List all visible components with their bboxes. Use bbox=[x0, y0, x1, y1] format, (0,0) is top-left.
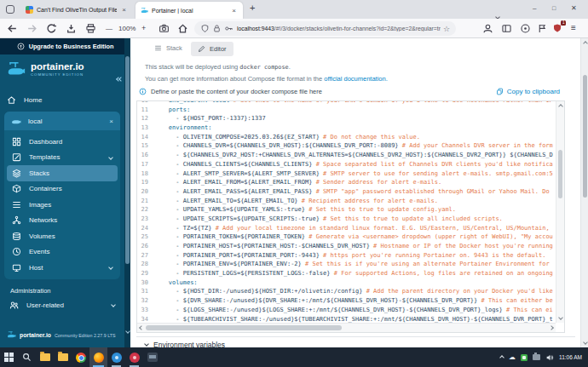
zoom-in-button[interactable]: + bbox=[141, 24, 146, 32]
code-line: 26 - PORTAINER_HOST=${PORTAINER_HOST:-$C… bbox=[137, 242, 556, 251]
windows-logo-icon bbox=[4, 353, 14, 362]
scroll-down-icon[interactable] bbox=[558, 315, 563, 320]
scroll-down-icon[interactable] bbox=[125, 329, 130, 334]
tab-close-icon[interactable]: × bbox=[120, 6, 128, 14]
windows-taskbar: ☁ 11:06 AM bbox=[0, 347, 588, 367]
close-button[interactable]: ✕ bbox=[571, 4, 577, 12]
home-icon[interactable] bbox=[177, 23, 188, 34]
account-icon[interactable] bbox=[482, 23, 493, 34]
code-line: 29 - PERSISTENT_LOGS=${PERSISTENT_LOGS:-… bbox=[137, 269, 556, 278]
sidebar-item-containers[interactable]: Containers bbox=[7, 181, 118, 198]
tab-close-icon[interactable]: × bbox=[230, 7, 238, 14]
editor-horizontal-scrollbar[interactable] bbox=[137, 323, 556, 332]
sidebar-scrollbar[interactable] bbox=[124, 38, 130, 347]
zoom-level[interactable]: 100% bbox=[118, 25, 135, 32]
environment-close-icon[interactable]: × bbox=[109, 118, 113, 125]
editor-hscroll-thumb[interactable] bbox=[146, 325, 342, 330]
reload-icon[interactable] bbox=[46, 23, 57, 34]
cloud-icon[interactable]: ☁ bbox=[509, 354, 516, 361]
speaker-icon[interactable] bbox=[545, 353, 554, 362]
taskbar-search[interactable] bbox=[18, 347, 36, 367]
tray-tool-icon[interactable] bbox=[533, 354, 540, 360]
firefox-view-icon[interactable] bbox=[6, 5, 14, 14]
code-line: 34 - ${TUBEARCHIVIST_SHARE:-/unused}${TU… bbox=[137, 315, 556, 324]
copy-to-clipboard-button[interactable]: Copy to clipboard bbox=[496, 88, 560, 95]
list-icon bbox=[12, 200, 21, 209]
taskbar-file-explorer-1[interactable] bbox=[36, 347, 54, 367]
screenshot-icon[interactable] bbox=[159, 23, 170, 34]
back-icon[interactable] bbox=[7, 23, 18, 34]
browser-tab-olivetin[interactable]: Can't Find OliveTin Output File - P… × bbox=[20, 0, 133, 19]
zoom-out-button[interactable]: — bbox=[106, 25, 112, 32]
page-scrollbar-thumb[interactable] bbox=[583, 75, 587, 198]
sidebar-item-host[interactable]: Host bbox=[7, 260, 118, 276]
environment-panel: local × DashboardTemplatesStacksContaine… bbox=[4, 112, 120, 279]
sidebar-footer[interactable]: portainer.io Community Edition 2.27.9 LT… bbox=[7, 331, 115, 339]
environment-header[interactable]: local × bbox=[4, 112, 120, 130]
network-icon bbox=[12, 215, 21, 225]
show-hidden-icons[interactable] bbox=[499, 355, 504, 360]
url-text[interactable]: localhost:9443/#!/3/docker/stacks/olivet… bbox=[237, 26, 441, 32]
forward-icon[interactable] bbox=[26, 23, 37, 34]
new-tab-button[interactable]: + bbox=[250, 3, 255, 13]
collapse-sidebar-icon[interactable] bbox=[117, 69, 123, 84]
code-viewport[interactable]: 10 dns_search: local # Set this to the n… bbox=[137, 101, 556, 323]
editor-vscroll-thumb[interactable] bbox=[558, 150, 562, 198]
sidebar-item-networks[interactable]: Networks bbox=[7, 213, 118, 229]
sidebar-item-user-related[interactable]: User-related bbox=[4, 297, 120, 313]
official-documentation-link[interactable]: official documentation. bbox=[324, 75, 388, 83]
taskbar-chrome[interactable] bbox=[72, 347, 89, 367]
maximize-button[interactable]: □ bbox=[552, 5, 556, 11]
browser-window: Can't Find OliveTin Output File - P… × P… bbox=[0, 0, 588, 367]
editor-vertical-scrollbar[interactable] bbox=[556, 101, 564, 323]
chevron-down-icon bbox=[111, 302, 116, 307]
tray-green-icon[interactable] bbox=[521, 354, 527, 361]
sidebar-item-events[interactable]: Events bbox=[7, 244, 118, 261]
taskbar-app-gray[interactable] bbox=[143, 347, 161, 367]
sidebar-item-stacks[interactable]: Stacks bbox=[7, 165, 118, 181]
minimize-button[interactable]: – bbox=[533, 4, 536, 12]
tab-stack[interactable]: Stack bbox=[154, 44, 182, 52]
scroll-down-icon[interactable] bbox=[583, 340, 588, 345]
sidebar-scrollbar-thumb[interactable] bbox=[125, 56, 130, 264]
portainer-logo[interactable]: portainer.io COMMUNITY EDITION bbox=[7, 61, 84, 77]
key-icon[interactable] bbox=[224, 24, 233, 33]
sidebar-item-templates[interactable]: Templates bbox=[7, 150, 118, 166]
lock-icon[interactable] bbox=[212, 24, 222, 33]
shield-icon[interactable] bbox=[200, 24, 210, 33]
adblock-icon[interactable]: 1 bbox=[552, 23, 563, 34]
users-icon bbox=[9, 301, 19, 310]
scroll-up-icon[interactable] bbox=[558, 104, 563, 109]
scroll-up-icon[interactable] bbox=[583, 41, 588, 46]
extension-flag-icon[interactable] bbox=[537, 23, 548, 34]
menu-icon[interactable]: ≡ bbox=[571, 23, 576, 32]
taskbar-app-red[interactable] bbox=[125, 347, 143, 367]
url-bar[interactable]: localhost:9443/#!/3/docker/stacks/olivet… bbox=[194, 21, 456, 36]
stack-editor-page: Stack Editor This stack will be deployed… bbox=[130, 38, 580, 347]
code-line: 16 - ${CHANNELS_DVR2_HOST:+CHANNELS_DVR_… bbox=[137, 151, 556, 160]
code-line: 17 - CHANNELS_CLIENTS=${CHANNELS_CLIENTS… bbox=[137, 160, 556, 169]
browser-tab-portainer[interactable]: Portainer | local × bbox=[135, 2, 243, 19]
taskbar-clock[interactable]: 11:06 AM bbox=[559, 354, 582, 360]
print-icon[interactable] bbox=[85, 23, 96, 34]
forum-favicon bbox=[26, 6, 33, 14]
bookmark-star-icon[interactable]: ☆ bbox=[443, 25, 450, 33]
taskbar-firefox[interactable] bbox=[89, 347, 107, 367]
start-button[interactable] bbox=[0, 347, 18, 367]
sidebar-item-home[interactable]: Home bbox=[7, 93, 121, 107]
page-scrollbar[interactable] bbox=[580, 38, 588, 347]
taskbar-app-blue[interactable] bbox=[107, 347, 125, 367]
sidebar-toggle-icon[interactable] bbox=[501, 23, 512, 34]
extension-circle-icon[interactable] bbox=[520, 23, 531, 34]
compose-editor[interactable]: 10 dns_search: local # Set this to the n… bbox=[136, 100, 565, 333]
sidebar-item-dashboard[interactable]: Dashboard bbox=[7, 134, 118, 150]
sidebar-item-volumes[interactable]: Volumes bbox=[7, 228, 118, 244]
sidebar-item-images[interactable]: Images bbox=[7, 197, 118, 213]
upgrade-banner[interactable]: Upgrade to Business Edition bbox=[0, 38, 130, 54]
scroll-right-icon[interactable] bbox=[549, 325, 554, 330]
taskbar-file-explorer-2[interactable] bbox=[54, 347, 72, 367]
tab-editor[interactable]: Editor bbox=[191, 42, 233, 56]
scroll-left-icon[interactable] bbox=[139, 325, 144, 330]
code-line: 12 - ${HOST_PORT:-1337}:1337 bbox=[137, 114, 556, 123]
save-page-icon[interactable] bbox=[66, 23, 77, 34]
